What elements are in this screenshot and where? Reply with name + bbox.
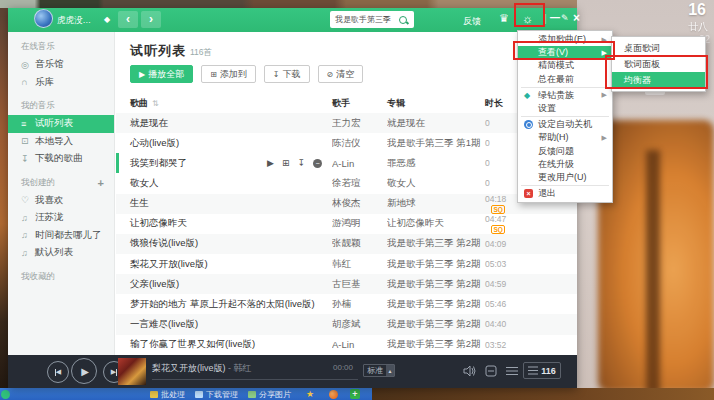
- progress-bar[interactable]: [152, 379, 358, 380]
- sidebar-item-试听列表[interactable]: ≡试听列表: [8, 115, 114, 133]
- toolbar-button-下载[interactable]: ↧下载: [264, 65, 310, 83]
- add-icon[interactable]: ⊞: [282, 158, 290, 168]
- table-row[interactable]: 生生林俊杰新地球04:18SQ: [116, 194, 577, 214]
- artist-cell[interactable]: 胡彦斌: [332, 318, 387, 331]
- duration-cell: 0: [485, 138, 519, 148]
- star-icon[interactable]: ★: [306, 389, 314, 399]
- search-icon[interactable]: [399, 16, 407, 24]
- taskbar-app-icon[interactable]: [1, 390, 10, 399]
- previous-button[interactable]: ◀: [47, 361, 69, 383]
- menu-item-更改用户(U)[interactable]: 更改用户(U): [518, 171, 612, 184]
- table-row[interactable]: 就是现在王力宏就是现在0: [116, 113, 577, 133]
- sidebar-item-默认列表[interactable]: ♫默认列表: [8, 244, 114, 262]
- table-row[interactable]: 饿狼传说(live版)张靓颖我是歌手第三季 第2期04:09: [116, 234, 577, 254]
- minimize-button[interactable]: —: [550, 12, 560, 23]
- album-cell[interactable]: 我是歌手第三季 第2期: [387, 278, 485, 291]
- nav-forward-button[interactable]: ›: [141, 11, 161, 28]
- play-button[interactable]: ▶: [71, 358, 97, 384]
- volume-icon[interactable]: [463, 365, 476, 377]
- menu-item-退出[interactable]: ×退出: [518, 187, 612, 200]
- artist-cell[interactable]: 林俊杰: [332, 197, 387, 210]
- sidebar-item-音乐馆[interactable]: ◎音乐馆: [8, 56, 114, 74]
- artist-cell[interactable]: 孙楠: [332, 298, 387, 311]
- artist-cell[interactable]: 古巨基: [332, 278, 387, 291]
- menu-item-反馈问题[interactable]: 反馈问题: [518, 145, 612, 158]
- artist-cell[interactable]: 张靓颖: [332, 237, 387, 250]
- header-artist[interactable]: 歌手: [332, 97, 387, 110]
- table-row[interactable]: 梦开始的地方 草原上升起不落的太阳(live版)孙楠我是歌手第三季 第2期05:…: [116, 294, 577, 314]
- quality-selector[interactable]: 标准 ▲: [363, 364, 395, 377]
- table-row[interactable]: 我笑到都哭了▶⊞↧−A-Lin罪恶感0: [116, 153, 577, 173]
- artist-cell[interactable]: 陈洁仪: [332, 137, 387, 150]
- menu-item-精简模式[interactable]: 精简模式: [518, 59, 612, 72]
- toolbar-button-播放全部[interactable]: ▶播放全部: [130, 65, 193, 83]
- skin-brush-icon[interactable]: ✎: [561, 13, 569, 23]
- sort-icon[interactable]: ⇅: [152, 99, 159, 108]
- plus-icon[interactable]: +: [350, 389, 360, 399]
- album-cell[interactable]: 敬女人: [387, 177, 485, 190]
- table-row[interactable]: 梨花又开放(live版)韩红我是歌手第三季 第2期05:03: [116, 254, 577, 274]
- artist-cell[interactable]: A-Lin: [332, 339, 387, 350]
- sidebar-item-时间都去哪儿了[interactable]: ♫时间都去哪儿了: [8, 227, 114, 245]
- toolbar-button-添加到[interactable]: ⊞添加到: [201, 65, 256, 83]
- toolbar-button-清空[interactable]: ⊘清空: [318, 65, 364, 83]
- album-cell[interactable]: 我是歌手第三季 第2期: [387, 237, 485, 250]
- album-cell[interactable]: 我是歌手第三季 第2期: [387, 258, 485, 271]
- table-row[interactable]: 敬女人徐若瑄敬女人0: [116, 173, 577, 193]
- artist-cell[interactable]: 徐若瑄: [332, 177, 387, 190]
- menu-item-总在最前[interactable]: 总在最前: [518, 73, 612, 86]
- album-cell[interactable]: 让初恋像昨天: [387, 217, 485, 230]
- album-cell[interactable]: 新地球: [387, 197, 485, 210]
- taskbar-item-label: 分享图片: [259, 389, 291, 400]
- header-album[interactable]: 专辑: [387, 97, 485, 110]
- album-cell[interactable]: 罪恶感: [387, 157, 485, 170]
- username[interactable]: 虎虎没…: [57, 15, 91, 27]
- menu-item-帮助(H)[interactable]: 帮助(H)▶: [518, 131, 612, 144]
- add-playlist-button[interactable]: +: [98, 177, 104, 189]
- menu-icon-gutter: ×: [524, 189, 538, 198]
- album-cell[interactable]: 我是歌手第三季 第2期: [387, 338, 485, 351]
- table-row[interactable]: 输了你赢了世界又如何(live版)A-Lin我是歌手第三季 第2期03:52: [116, 335, 577, 355]
- album-cell[interactable]: 就是现在: [387, 117, 485, 130]
- album-art[interactable]: [118, 358, 146, 385]
- artist-cell[interactable]: 韩红: [332, 258, 387, 271]
- sidebar-item-乐库[interactable]: ∩乐库: [8, 74, 114, 92]
- menu-item-在线升级[interactable]: 在线升级: [518, 158, 612, 171]
- artist-cell[interactable]: 游鸿明: [332, 217, 387, 230]
- nav-back-button[interactable]: ‹: [118, 11, 138, 28]
- browser-icon[interactable]: [329, 390, 338, 399]
- taskbar-item-批处理[interactable]: 批处理: [150, 389, 185, 400]
- artist-cell[interactable]: A-Lin: [332, 158, 387, 169]
- table-row[interactable]: 让初恋像昨天游鸿明让初恋像昨天04:47SQ: [116, 214, 577, 234]
- header-duration[interactable]: 时长: [485, 97, 519, 110]
- play-mode-icon[interactable]: [505, 366, 519, 376]
- lyrics-panel-icon[interactable]: [485, 365, 497, 377]
- download-icon[interactable]: ↧: [297, 158, 305, 168]
- menu-item-设定自动关机[interactable]: 设定自动关机: [518, 118, 612, 131]
- avatar[interactable]: [34, 9, 53, 28]
- sidebar-item-下载的歌曲[interactable]: ↧下载的歌曲: [8, 150, 114, 168]
- feedback-button[interactable]: 反馈: [463, 15, 481, 28]
- album-cell[interactable]: 我是歌手第三季 第1期: [387, 137, 485, 150]
- sidebar-item-本地导入[interactable]: ⊡本地导入: [8, 133, 114, 151]
- artist-cell[interactable]: 王力宏: [332, 117, 387, 130]
- table-row[interactable]: 一言难尽(live版)胡彦斌我是歌手第三季 第2期04:40: [116, 314, 577, 334]
- taskbar-item-下载管理[interactable]: 下载管理: [195, 389, 238, 400]
- vip-crown-icon[interactable]: ♛: [499, 12, 509, 25]
- close-button[interactable]: ×: [573, 11, 580, 25]
- album-cell[interactable]: 我是歌手第三季 第2期: [387, 318, 485, 331]
- submenu-item-桌面歌词[interactable]: 桌面歌词: [612, 40, 705, 56]
- playlist-toggle[interactable]: 116: [523, 362, 561, 379]
- menu-item-绿钻贵族[interactable]: ◆绿钻贵族▶: [518, 89, 612, 102]
- sidebar-item-汪苏泷[interactable]: ♫汪苏泷: [8, 209, 114, 227]
- table-row[interactable]: 心动(live版)陈洁仪我是歌手第三季 第1期0: [116, 133, 577, 153]
- album-cell[interactable]: 我是歌手第三季 第2期: [387, 298, 485, 311]
- delete-icon[interactable]: −: [313, 159, 322, 168]
- search-input[interactable]: 我是歌手第三季: [330, 11, 414, 28]
- sidebar-item-我喜欢[interactable]: ♡我喜欢: [8, 192, 114, 210]
- header-song[interactable]: 歌曲: [130, 97, 148, 110]
- play-icon[interactable]: ▶: [267, 158, 274, 168]
- taskbar-item-分享图片[interactable]: 分享图片: [248, 389, 291, 400]
- menu-item-设置[interactable]: 设置: [518, 102, 612, 115]
- table-row[interactable]: 父亲(live版)古巨基我是歌手第三季 第2期04:59: [116, 274, 577, 294]
